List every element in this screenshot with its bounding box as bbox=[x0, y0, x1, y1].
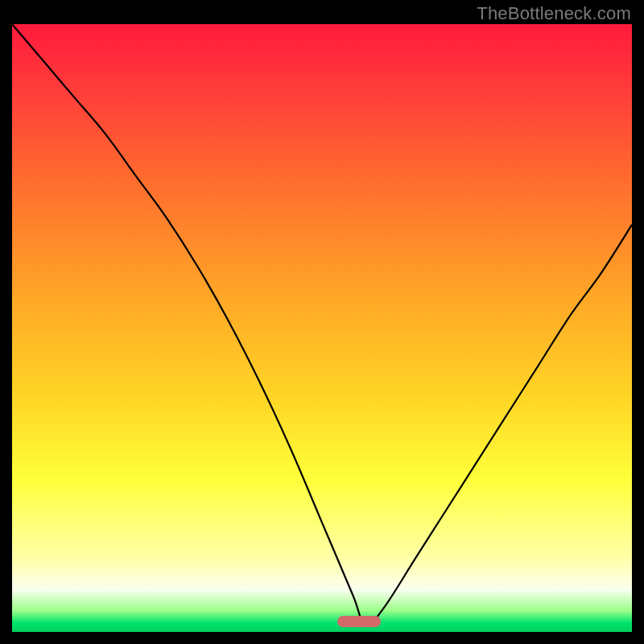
plot-area bbox=[12, 24, 632, 632]
bottleneck-curve bbox=[12, 24, 632, 632]
curve-path bbox=[12, 24, 632, 626]
optimal-range-marker bbox=[337, 616, 381, 627]
watermark-text: TheBottleneck.com bbox=[477, 3, 631, 24]
chart-frame: TheBottleneck.com bbox=[0, 0, 644, 644]
